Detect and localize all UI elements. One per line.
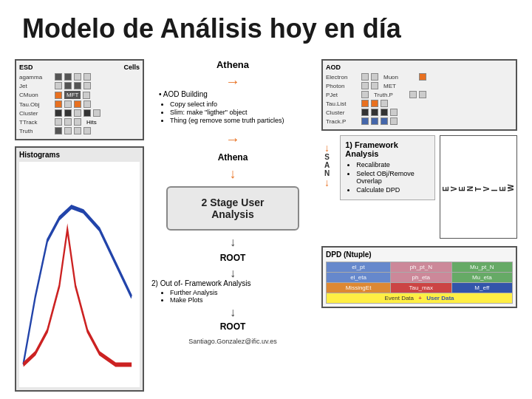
aod-taulist-row: Tau.List [326,100,513,107]
framework1-list: Recalibrate Select OBj/Remove Ovrerlap C… [345,161,430,194]
cell [55,92,62,99]
event-col: EVENTVIEW [440,135,517,239]
right-column: AOD Electron Muon Photon MET [321,59,517,392]
athena-label-top: Athena [151,59,314,70]
cell [381,100,388,107]
dpd-cell-bottom: Event Data + User Data [327,293,513,304]
esd-row-cluster: Cluster [19,109,140,117]
framework1-item-3: Calculate DPD [356,186,430,194]
cell [55,109,62,117]
histograms-title: Histograms [19,151,140,159]
dpd-cell: el_eta [327,273,391,283]
cell [83,100,91,108]
esd-cmuon-label: CMuon [19,92,52,98]
cell [55,73,62,81]
aod-cluster-label: Cluster [326,109,359,116]
cell [83,82,91,89]
cell [64,127,72,134]
esd-box: ESD Cells agamma Jet CMuon [15,59,144,140]
cell [390,117,398,125]
arrow-right-athena: → [151,73,314,90]
aod-photon-label: Photon [326,83,359,89]
cell [381,117,388,125]
framework1-box: 1) Framework Analysis Recalibrate Select… [340,135,435,200]
framework2-item-1: Further Analysis [170,289,314,296]
dpd-row-2: el_eta ph_eta Mu_eta [327,273,513,283]
histograms-box: Histograms [15,146,144,392]
esd-truth-label: Truth [19,128,52,134]
aod-taulist-label: Tau.List [326,100,359,107]
santiago-email: Santiago.Gonzalez@ific.uv.es [151,338,314,345]
dpd-row-4: Event Data + User Data [327,293,513,304]
cell [74,127,81,134]
esd-row-agamma: agamma [19,73,140,81]
histogram-chart [19,162,140,387]
dpd-plus: + [418,295,422,301]
cell [409,91,417,98]
root-label-1: ROOT [151,253,314,263]
framework1-item-1: Recalibrate [356,161,430,168]
cell [371,82,378,89]
cell [83,92,90,99]
cell [83,109,91,117]
cell [419,91,426,98]
framework2-title: 2) Out of- Framework Analysis [151,279,250,287]
framework2-section: 2) Out of- Framework Analysis Further An… [151,279,314,304]
arrow-down-1: ↓ [151,167,314,180]
cell [361,91,369,98]
cell [55,118,62,126]
cell [55,127,62,134]
cell [361,117,369,125]
aod-trackp-row: Track.P [326,117,513,125]
cells-label: Cells [123,64,140,71]
cell [361,109,369,116]
event-view-label: EVENTVIEW [440,135,517,239]
cell [83,73,91,81]
cell [361,82,369,89]
mft-badge: MFT [64,91,81,99]
san-arrow-down: ↓ [324,143,330,153]
hits-label: Hits [86,119,97,126]
esd-ttrack-label: TTrack [19,119,52,126]
cell [64,82,72,89]
aod-item-3: Thing (eg remove some truth particles) [170,117,314,124]
aod-met-label: MET [383,83,417,89]
cell [419,73,426,81]
cell [55,100,62,108]
esd-agamma-label: agamma [19,74,52,81]
dpd-cell: M_eff [451,283,512,293]
arrow-down-3: ↓ [151,267,314,279]
arrow-right-athena2: → [151,131,314,148]
framework2-item-2: Make Plots [170,296,314,304]
esd-label: ESD [19,64,33,71]
aod-box: AOD Electron Muon Photon MET [321,59,517,131]
framework2-list: Further Analysis Make Plots [170,289,314,304]
arrow-down-4: ↓ [151,307,314,318]
aod-pjet-label: PJet [326,92,359,98]
esd-title-row: ESD Cells [19,64,140,71]
root-label-2: ROOT [151,321,314,332]
aod-building-bullet: • AOD Building [159,90,208,98]
dpd-user-data: User Data [426,295,454,301]
athena-label-bottom: Athena [151,152,314,163]
cell [74,118,81,126]
cell [64,109,72,117]
esd-cluster-label: Cluster [19,110,52,117]
top-right-area: AOD Electron Muon Photon MET [321,59,517,131]
cell [74,82,81,89]
san-s: S [324,153,330,161]
stage-user-analysis-box: 2 Stage UserAnalysis [166,186,299,231]
dpd-cell: MissingEt [327,283,391,293]
dpd-row-3: MissingEt Tau_max M_eff [327,283,513,293]
esd-tauobj-label: Tau.Obj [19,101,52,108]
aod-truthp-label: Truth.P [374,92,407,98]
page-title: Modelo de Análisis hoy en día [0,0,532,52]
aod-building-list: Copy select info Slim: make "ligther" ob… [170,100,314,124]
cell [64,118,72,126]
middle-column: Athena → • AOD Building Copy select info… [151,59,314,392]
cell [381,109,388,116]
arrow-down-2: ↓ [151,236,314,248]
aod-electron-label: Electron [326,74,359,81]
framework1-item-2: Select OBj/Remove Ovrerlap [356,170,430,185]
cell [83,127,91,134]
